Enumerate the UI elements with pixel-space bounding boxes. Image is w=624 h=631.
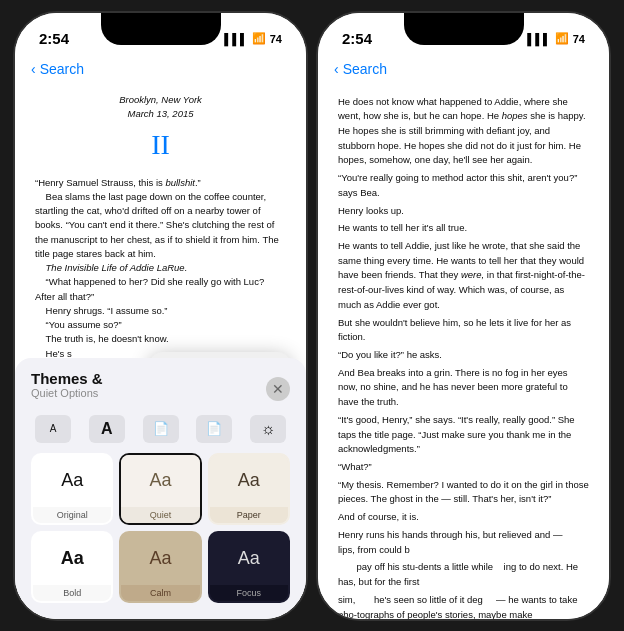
back-button-right[interactable]: ‹ Search — [334, 61, 387, 77]
theme-focus-label-aa: Aa — [238, 548, 260, 569]
battery-right: 74 — [573, 33, 585, 45]
themes-subtitle: Quiet Options — [31, 387, 103, 399]
brightness-icon: ☼ — [261, 420, 276, 438]
chevron-left-icon: ‹ — [31, 61, 36, 77]
book-location: Brooklyn, New YorkMarch 13, 2015 — [35, 93, 286, 122]
theme-grid: Aa Original Aa Quiet Aa Pap — [31, 453, 290, 603]
themes-title: Themes & — [31, 370, 103, 387]
font-style-button[interactable]: 📄 — [143, 415, 179, 443]
theme-paper-label-aa: Aa — [238, 470, 260, 491]
theme-quiet-preview: Aa — [121, 455, 199, 507]
wifi-icon: 📶 — [252, 32, 266, 45]
book-para-r6: But she wouldn't believe him, so he lets… — [338, 316, 589, 345]
font-options-button[interactable]: 📄 — [196, 415, 232, 443]
theme-original[interactable]: Aa Original — [31, 453, 113, 525]
theme-focus[interactable]: Aa Focus — [208, 531, 290, 603]
status-time-left: 2:54 — [39, 30, 69, 47]
font-options-icon: 📄 — [206, 421, 222, 436]
theme-calm-label-aa: Aa — [149, 548, 171, 569]
theme-bold-preview: Aa — [33, 533, 111, 585]
book-content-right: He does not know what happened to Addie,… — [318, 85, 609, 619]
theme-original-preview: Aa — [33, 455, 111, 507]
signal-icon-right: ▌▌▌ — [527, 33, 550, 45]
status-icons-left: ▌▌▌ 📶 74 — [224, 32, 282, 45]
battery-left: 74 — [270, 33, 282, 45]
themes-header: Themes & Quiet Options ✕ — [31, 370, 290, 409]
theme-bold[interactable]: Aa Bold — [31, 531, 113, 603]
book-para-r10: “What?” — [338, 460, 589, 475]
right-phone-screen: 2:54 ▌▌▌ 📶 74 ‹ Search He does not know … — [318, 13, 609, 619]
font-decrease-button[interactable]: A — [35, 415, 71, 443]
theme-quiet-label-aa: Aa — [149, 470, 171, 491]
theme-paper-name: Paper — [210, 507, 288, 523]
nav-bar-right: ‹ Search — [318, 57, 609, 85]
theme-paper[interactable]: Aa Paper — [208, 453, 290, 525]
book-para-r1: He does not know what happened to Addie,… — [338, 95, 589, 169]
wifi-icon-right: 📶 — [555, 32, 569, 45]
book-chapter: II — [35, 125, 286, 166]
theme-calm-name: Calm — [121, 585, 199, 601]
notch-right — [404, 13, 524, 45]
left-phone: 2:54 ▌▌▌ 📶 74 ‹ Search Brooklyn, New Yor… — [13, 11, 308, 621]
book-para-r13: Henry runs his hands through his, but re… — [338, 528, 589, 557]
brightness-button[interactable]: ☼ — [250, 415, 286, 443]
book-para-r14: pay off his stu-dents a little while ing… — [338, 560, 589, 589]
close-button[interactable]: ✕ — [266, 377, 290, 401]
book-para-r15: sim, he's seen so little of it deg — he … — [338, 593, 589, 619]
back-label-left: Search — [40, 61, 84, 77]
nav-bar-left: ‹ Search — [15, 57, 306, 85]
status-icons-right: ▌▌▌ 📶 74 — [527, 32, 585, 45]
font-increase-button[interactable]: A — [89, 415, 125, 443]
back-label-right: Search — [343, 61, 387, 77]
theme-focus-preview: Aa — [210, 533, 288, 585]
theme-bold-name: Bold — [33, 585, 111, 601]
themes-title-group: Themes & Quiet Options — [31, 370, 103, 409]
theme-original-label-aa: Aa — [61, 470, 83, 491]
theme-quiet[interactable]: Aa Quiet — [119, 453, 201, 525]
book-para-r9: “It's good, Henry,” she says. “It's real… — [338, 413, 589, 457]
theme-calm-preview: Aa — [121, 533, 199, 585]
font-controls: A A 📄 📄 ☼ — [31, 415, 290, 443]
status-time-right: 2:54 — [342, 30, 372, 47]
theme-quiet-name: Quiet — [121, 507, 199, 523]
chevron-left-icon-right: ‹ — [334, 61, 339, 77]
right-phone: 2:54 ▌▌▌ 📶 74 ‹ Search He does not know … — [316, 11, 611, 621]
font-style-icon: 📄 — [153, 421, 169, 436]
back-button-left[interactable]: ‹ Search — [31, 61, 84, 77]
theme-paper-preview: Aa — [210, 455, 288, 507]
left-phone-screen: 2:54 ▌▌▌ 📶 74 ‹ Search Brooklyn, New Yor… — [15, 13, 306, 619]
theme-calm[interactable]: Aa Calm — [119, 531, 201, 603]
book-title-section: Brooklyn, New YorkMarch 13, 2015 II — [35, 93, 286, 166]
theme-original-name: Original — [33, 507, 111, 523]
signal-icon: ▌▌▌ — [224, 33, 247, 45]
theme-focus-name: Focus — [210, 585, 288, 601]
themes-section: Themes & Quiet Options ✕ A A 📄 📄 — [15, 358, 306, 619]
theme-bold-label-aa: Aa — [61, 548, 84, 569]
book-para-r3: Henry looks up. — [338, 204, 589, 219]
book-para-r5: He wants to tell Addie, just like he wro… — [338, 239, 589, 313]
book-para-r12: And of course, it is. — [338, 510, 589, 525]
notch-left — [101, 13, 221, 45]
book-para-r2: “You're really going to method actor thi… — [338, 171, 589, 200]
book-para-r7: “Do you like it?” he asks. — [338, 348, 589, 363]
book-para-r8: And Bea breaks into a grin. There is no … — [338, 366, 589, 410]
book-para-r4: He wants to tell her it's all true. — [338, 221, 589, 236]
book-para-r11: “My thesis. Remember? I wanted to do it … — [338, 478, 589, 507]
